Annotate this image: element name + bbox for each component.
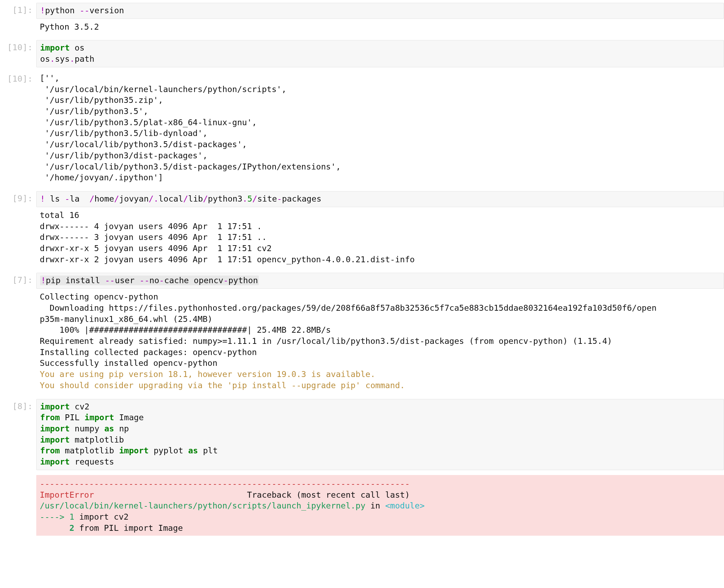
in-prompt: [10]: — [0, 40, 36, 67]
output-text: total 16 drwx------ 4 jovyan users 4096 … — [40, 210, 721, 265]
in-prompt: [1]: — [0, 3, 36, 32]
code-cell[interactable]: [7]: !pip install --user --no-cache open… — [0, 273, 724, 391]
code-text: !pip install --user --no-cache opencv-py… — [40, 275, 720, 286]
code-input[interactable]: !pip install --user --no-cache opencv-py… — [36, 273, 724, 289]
code-cell[interactable]: [8]: import cv2 from PIL import Image im… — [0, 399, 724, 536]
code-cell[interactable]: [1]: !python --version Python 3.5.2 — [0, 3, 724, 32]
code-text: import os os.sys.path — [40, 43, 720, 65]
code-input[interactable]: import cv2 from PIL import Image import … — [36, 399, 724, 470]
output-text: ['', '/usr/local/bin/kernel-launchers/py… — [40, 73, 721, 183]
out-prompt: [10]: — [0, 71, 36, 183]
code-text: import cv2 from PIL import Image import … — [40, 401, 720, 468]
code-text: ! ls -la /home/jovyan/.local/lib/python3… — [40, 194, 720, 205]
code-input[interactable]: !python --version — [36, 3, 724, 19]
output-text: Collecting opencv-python Downloading htt… — [40, 292, 721, 369]
code-input[interactable]: import os os.sys.path — [36, 40, 724, 67]
code-input[interactable]: ! ls -la /home/jovyan/.local/lib/python3… — [36, 191, 724, 207]
code-cell[interactable]: [9]: ! ls -la /home/jovyan/.local/lib/py… — [0, 191, 724, 265]
output-warning: You are using pip version 18.1, however … — [40, 369, 721, 391]
in-prompt: [9]: — [0, 191, 36, 265]
output-text: Python 3.5.2 — [36, 19, 724, 33]
output-cell: [10]: ['', '/usr/local/bin/kernel-launch… — [0, 71, 724, 183]
code-text: !python --version — [40, 5, 720, 16]
notebook: [1]: !python --version Python 3.5.2 [10]… — [0, 0, 724, 536]
error-output: ----------------------------------------… — [36, 475, 724, 536]
code-cell[interactable]: [10]: import os os.sys.path — [0, 40, 724, 67]
in-prompt: [7]: — [0, 273, 36, 391]
in-prompt: [8]: — [0, 399, 36, 536]
